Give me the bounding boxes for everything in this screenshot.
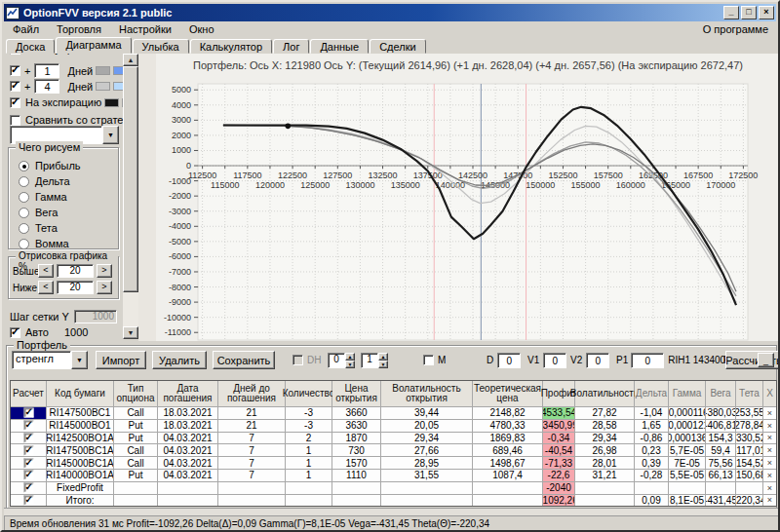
row-delete-button[interactable]: × xyxy=(763,420,776,432)
delete-button[interactable]: Удалить xyxy=(152,351,207,369)
draw-option-Прибыль[interactable]: Прибыль xyxy=(19,158,81,173)
expiry-checkbox[interactable]: ✓ xyxy=(10,97,20,108)
row-select-cell[interactable]: ✓ xyxy=(11,407,46,419)
spin-down-icon[interactable]: ▼ xyxy=(378,361,388,368)
table-cell xyxy=(635,482,668,494)
column-header-14: Вега xyxy=(706,381,735,406)
tab-Доска[interactable]: Доска xyxy=(6,39,55,54)
p1-input[interactable]: 0 xyxy=(631,353,664,368)
plus4-checkbox[interactable]: ✓ xyxy=(10,81,20,92)
draw-what-group: Чего рисуем ПрибыльДельтаГаммаВегаТетаВо… xyxy=(8,147,119,249)
draw-option-Вомма[interactable]: Вомма xyxy=(19,236,81,251)
row-select-cell[interactable]: ✓ xyxy=(11,470,46,481)
radio-icon[interactable] xyxy=(19,161,29,171)
sidebar-scrollbar[interactable]: ▲ ▼ xyxy=(123,54,138,339)
above-value[interactable]: 20 xyxy=(57,264,94,278)
y-tick-label: -5000 xyxy=(169,237,191,247)
row-checkbox[interactable]: ✓ xyxy=(23,483,33,493)
menu-item-1[interactable]: Файл xyxy=(4,22,48,36)
restore-window-button[interactable]: _ xyxy=(758,353,774,367)
sidebar-splitter[interactable] xyxy=(138,54,156,341)
menu-bar: ФайлТорговляНастройкиОкно О программе xyxy=(4,21,776,37)
menu-about[interactable]: О программе xyxy=(695,22,776,36)
row-checkbox[interactable]: ✓ xyxy=(23,471,33,480)
strategy-value[interactable]: стренгл xyxy=(12,351,71,369)
scroll-up-icon[interactable]: ▲ xyxy=(123,54,138,66)
menu-item-2[interactable]: Торговля xyxy=(48,22,110,36)
spin-up-icon[interactable]: ▲ xyxy=(345,353,355,361)
profit-chart-plot[interactable]: 500040003000200010000-1000-2000-3000-400… xyxy=(156,54,780,341)
row-delete-button[interactable]: × xyxy=(763,457,776,469)
spin-down-icon[interactable]: ▼ xyxy=(345,361,355,368)
plus1-checkbox[interactable]: ✓ xyxy=(10,65,20,76)
v2-input[interactable]: 0 xyxy=(586,353,609,368)
radio-icon[interactable] xyxy=(19,176,29,187)
menu-item-4[interactable]: Окно xyxy=(180,22,223,36)
table-cell: 7 xyxy=(218,470,285,481)
horizontal-scrollbar[interactable] xyxy=(4,508,780,515)
tab-Данные[interactable]: Данные xyxy=(310,39,369,54)
plus4-days-input[interactable] xyxy=(34,79,59,94)
current-checkbox[interactable]: ✓ xyxy=(10,54,20,55)
radio-icon[interactable] xyxy=(19,192,29,203)
plus1-days-input[interactable] xyxy=(34,63,59,78)
row-delete-button[interactable]: × xyxy=(763,495,776,507)
tab-Калькулятор[interactable]: Калькулятор xyxy=(190,39,272,54)
draw-option-Вега[interactable]: Вега xyxy=(19,205,81,220)
close-button[interactable]: × xyxy=(759,6,774,19)
chevron-down-icon[interactable]: ▼ xyxy=(102,126,119,144)
auto-checkbox[interactable]: ✓ xyxy=(10,327,20,338)
row-select-cell[interactable]: ✓ xyxy=(11,495,46,507)
row-delete-button[interactable]: × xyxy=(763,482,776,494)
plus1-swatch-1 xyxy=(96,66,110,75)
row-checkbox[interactable]: ✓ xyxy=(23,421,33,431)
save-button[interactable]: Сохранить xyxy=(213,351,275,369)
row-delete-button[interactable]: × xyxy=(763,433,776,444)
radio-icon[interactable] xyxy=(19,239,29,249)
row-checkbox[interactable]: ✓ xyxy=(23,458,33,468)
row-select-cell[interactable]: ✓ xyxy=(11,433,46,444)
tab-Улыбка[interactable]: Улыбка xyxy=(133,39,189,54)
v1-input[interactable]: 0 xyxy=(543,353,566,368)
maximize-button[interactable]: □ xyxy=(741,6,757,19)
draw-option-Гамма[interactable]: Гамма xyxy=(19,189,81,205)
dh-spinner-1[interactable]: 0 ▲▼ xyxy=(328,351,355,369)
row-delete-button[interactable]: × xyxy=(763,444,776,456)
strategy-select[interactable]: стренгл ▼ xyxy=(12,351,88,369)
scrollbar-thumb[interactable] xyxy=(123,66,138,292)
tab-Сделки[interactable]: Сделки xyxy=(370,39,426,54)
row-checkbox[interactable]: ✓ xyxy=(23,434,33,443)
dh-spinner-2[interactable]: 1 ▲▼ xyxy=(361,351,388,369)
radio-icon[interactable] xyxy=(19,223,29,234)
spin-up-icon[interactable]: ▲ xyxy=(378,353,388,361)
row-select-cell[interactable]: ✓ xyxy=(11,457,46,469)
row-delete-button[interactable]: × xyxy=(763,407,776,419)
tab-Лог[interactable]: Лог xyxy=(273,39,309,54)
draw-option-Дельта[interactable]: Дельта xyxy=(19,173,81,189)
chevron-down-icon[interactable]: ▼ xyxy=(71,351,88,369)
draw-option-Тета[interactable]: Тета xyxy=(19,220,81,236)
minimize-button[interactable]: _ xyxy=(723,6,739,19)
check-icon: ✓ xyxy=(24,444,32,455)
d-input[interactable]: 0 xyxy=(497,353,521,368)
row-select-cell[interactable]: ✓ xyxy=(11,420,46,432)
below-decrement-button[interactable]: < xyxy=(38,281,54,294)
row-delete-button[interactable]: × xyxy=(763,470,776,481)
row-checkbox[interactable]: ✓ xyxy=(23,445,33,455)
import-button[interactable]: Импорт xyxy=(96,351,146,369)
row-select-cell[interactable]: ✓ xyxy=(11,444,46,456)
compare-checkbox[interactable] xyxy=(10,115,20,126)
dh-checkbox[interactable] xyxy=(292,355,303,365)
row-checkbox[interactable]: ✓ xyxy=(23,496,33,506)
m-checkbox[interactable] xyxy=(423,355,434,365)
above-increment-button[interactable]: > xyxy=(97,264,112,278)
below-increment-button[interactable]: > xyxy=(97,281,112,294)
radio-icon[interactable] xyxy=(19,208,29,218)
menu-item-3[interactable]: Настройки xyxy=(110,22,180,36)
scroll-down-icon[interactable]: ▼ xyxy=(123,326,138,339)
row-checkbox[interactable]: ✓ xyxy=(23,408,33,418)
below-value[interactable]: 20 xyxy=(57,281,94,294)
tab-Диаграмма[interactable]: Диаграмма xyxy=(56,37,131,54)
above-decrement-button[interactable]: < xyxy=(38,264,54,278)
row-select-cell[interactable]: ✓ xyxy=(11,482,46,494)
